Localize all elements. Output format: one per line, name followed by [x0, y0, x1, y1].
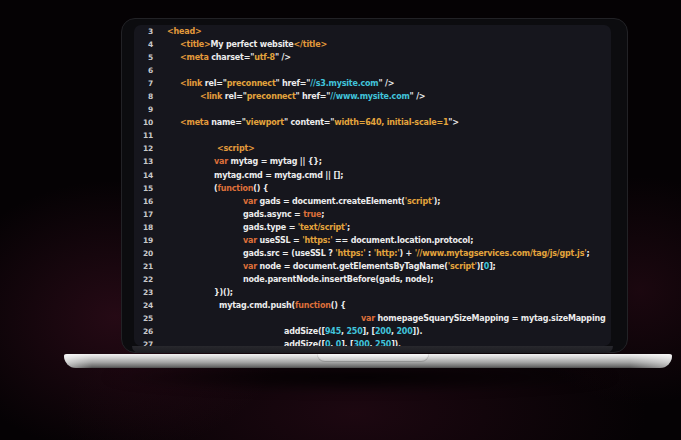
laptop-screen: 3<head>4<title>My perfect website</title…	[121, 18, 628, 353]
line-number: 9	[140, 103, 153, 116]
code-line: 6	[134, 64, 611, 77]
code-line: 18gads.type = 'text/script';	[134, 221, 611, 234]
line-number: 10	[140, 116, 153, 129]
code-text: })();	[153, 286, 233, 299]
code-line: 20gads.src = (useSSL ? 'https:' : 'http:…	[134, 247, 611, 260]
code-line: 23})();	[134, 286, 611, 299]
code-line: 15(function() {	[134, 182, 611, 195]
line-number: 17	[140, 208, 153, 221]
code-line: 13var mytag = mytag || {};	[134, 155, 611, 168]
line-number: 14	[140, 169, 153, 182]
line-number: 15	[140, 182, 153, 195]
line-number: 23	[140, 286, 153, 299]
code-line: 10<meta name="viewport" content="width=6…	[134, 116, 611, 129]
code-text: addSize([0, 0], [300, 250]).	[153, 338, 401, 346]
code-line: 5<meta charset="utf-8" />	[134, 51, 611, 64]
line-number: 18	[140, 221, 153, 234]
code-line: 19var useSSL = 'https:' == document.loca…	[134, 234, 611, 247]
code-line: 27addSize([0, 0], [300, 250]).	[134, 338, 611, 346]
lid-opening-notch	[317, 354, 429, 362]
code-text: var homepageSquarySizeMapping = mytag.si…	[153, 312, 605, 325]
line-number: 12	[140, 142, 153, 155]
line-number: 8	[140, 90, 153, 103]
code-line: 8<link rel="preconnect" href="//www.mysi…	[134, 90, 611, 103]
code-text: var gads = document.createElement('scrip…	[153, 195, 440, 208]
line-number: 25	[140, 312, 153, 325]
code-line: 3<head>	[134, 25, 611, 38]
code-line: 11	[134, 129, 611, 142]
code-text: gads.src = (useSSL ? 'https:' : 'http:')…	[153, 247, 589, 260]
line-number: 4	[140, 38, 153, 51]
code-line: 25var homepageSquarySizeMapping = mytag.…	[134, 312, 611, 325]
line-number: 13	[140, 155, 153, 168]
laptop-base	[64, 354, 672, 368]
laptop-shadow	[90, 367, 630, 393]
code-line: 16var gads = document.createElement('scr…	[134, 195, 611, 208]
code-line: 14mytag.cmd = mytag.cmd || [];	[134, 169, 611, 182]
line-number: 16	[140, 195, 153, 208]
line-number: 26	[140, 325, 153, 338]
code-text: <head>	[153, 25, 201, 38]
code-line: 22node.parentNode.insertBefore(gads, nod…	[134, 273, 611, 286]
code-line: 21var node = document.getElementsByTagNa…	[134, 260, 611, 273]
line-number: 5	[140, 51, 153, 64]
code-text: var node = document.getElementsByTagName…	[153, 260, 496, 273]
code-line: 9	[134, 103, 611, 116]
code-line: 24mytag.cmd.push(function() {	[134, 299, 611, 312]
code-editor: 3<head>4<title>My perfect website</title…	[134, 25, 611, 346]
code-lines: 3<head>4<title>My perfect website</title…	[134, 25, 611, 346]
code-text: var useSSL = 'https:' == document.locati…	[153, 234, 473, 247]
code-line: 7<link rel="preconnect" href="//s3.mysit…	[134, 77, 611, 90]
line-number: 3	[140, 25, 153, 38]
code-line: 26addSize([945, 250], [200, 200]).	[134, 325, 611, 338]
line-number: 7	[140, 77, 153, 90]
code-text: node.parentNode.insertBefore(gads, node)…	[153, 273, 433, 286]
line-number: 21	[140, 260, 153, 273]
code-text: <meta name="viewport" content="width=640…	[153, 116, 459, 129]
code-line: 4<title>My perfect website</title>	[134, 38, 611, 51]
desktop-background: 3<head>4<title>My perfect website</title…	[0, 0, 681, 440]
code-text: gads.type = 'text/script';	[153, 221, 350, 234]
line-number: 6	[140, 64, 153, 77]
line-number: 22	[140, 273, 153, 286]
code-text: <meta charset="utf-8" />	[153, 51, 291, 64]
line-number: 27	[140, 338, 153, 346]
screen-bottom-chin	[132, 346, 613, 353]
line-number: 11	[140, 129, 153, 142]
code-text: <script>	[153, 142, 255, 155]
code-text: <link rel="preconnect" href="//s3.mysite…	[153, 77, 394, 90]
line-number: 20	[140, 247, 153, 260]
line-number: 19	[140, 234, 153, 247]
code-line: 12<script>	[134, 142, 611, 155]
code-text: (function() {	[153, 182, 268, 195]
code-text: var mytag = mytag || {};	[153, 155, 322, 168]
code-text: <title>My perfect website</title>	[153, 38, 327, 51]
code-text: <link rel="preconnect" href="//www.mysit…	[153, 90, 425, 103]
code-text: mytag.cmd = mytag.cmd || [];	[153, 169, 343, 182]
line-number: 24	[140, 299, 153, 312]
code-text: mytag.cmd.push(function() {	[153, 299, 346, 312]
code-line: 17gads.async = true;	[134, 208, 611, 221]
code-text: gads.async = true;	[153, 208, 324, 221]
code-text: addSize([945, 250], [200, 200]).	[153, 325, 422, 338]
